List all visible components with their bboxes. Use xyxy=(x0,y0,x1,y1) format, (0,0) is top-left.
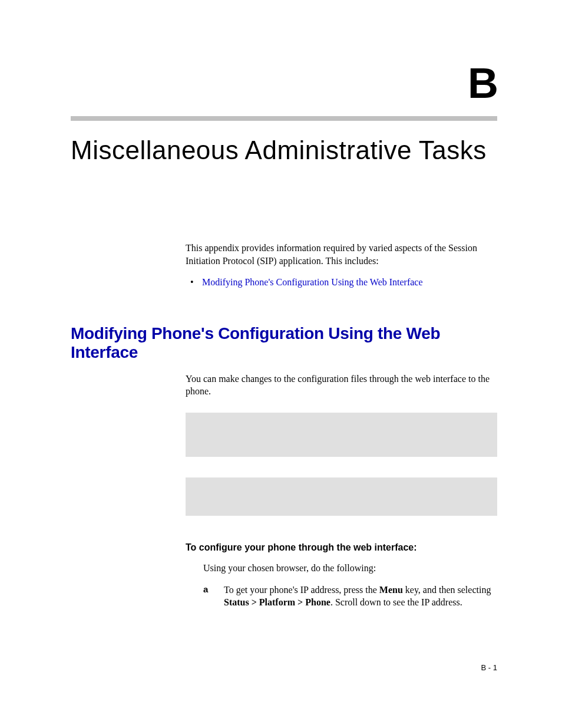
intro-paragraph: This appendix provides information requi… xyxy=(186,242,497,267)
lettered-steps: a To get your phone's IP address, press … xyxy=(203,584,497,609)
note-placeholder-box xyxy=(186,477,497,516)
step-text: To get your phone's IP address, press th… xyxy=(224,585,491,608)
chapter-title: Miscellaneous Administrative Tasks xyxy=(71,136,497,165)
intro-bullet-list: Modifying Phone's Configuration Using th… xyxy=(186,276,497,289)
section-heading: Modifying Phone's Configuration Using th… xyxy=(71,324,497,362)
toc-link[interactable]: Modifying Phone's Configuration Using th… xyxy=(202,277,423,287)
step-letter: a xyxy=(203,584,208,595)
note-placeholder-box xyxy=(186,413,497,457)
procedure-intro: Using your chosen browser, do the follow… xyxy=(203,562,497,575)
step-item: a To get your phone's IP address, press … xyxy=(203,584,497,609)
procedure-subheading: To configure your phone through the web … xyxy=(186,542,497,553)
section-intro-paragraph: You can make changes to the configuratio… xyxy=(186,373,497,398)
list-item: Modifying Phone's Configuration Using th… xyxy=(186,276,497,289)
horizontal-divider xyxy=(71,116,497,121)
appendix-letter: B xyxy=(71,59,497,107)
page-number: B - 1 xyxy=(481,663,497,672)
